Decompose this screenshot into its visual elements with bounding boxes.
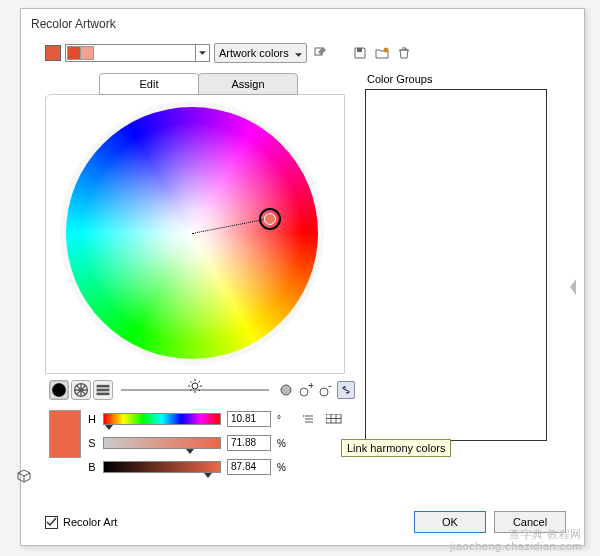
delete-group-icon[interactable] bbox=[395, 44, 413, 62]
color-handle[interactable] bbox=[259, 208, 281, 230]
svg-rect-8 bbox=[97, 393, 110, 396]
swatch-2 bbox=[80, 46, 94, 60]
add-color-icon[interactable]: + bbox=[297, 381, 315, 399]
s-unit: % bbox=[277, 438, 291, 449]
color-groups-label: Color Groups bbox=[365, 73, 566, 85]
edit-panel: Edit Assign + - bbox=[45, 73, 355, 511]
svg-text:+: + bbox=[308, 383, 313, 391]
svg-point-4 bbox=[53, 384, 66, 397]
b-unit: % bbox=[277, 462, 291, 473]
svg-point-18 bbox=[281, 385, 291, 395]
preset-combo[interactable]: Artwork colors bbox=[214, 43, 307, 63]
brightness-input[interactable]: 87.84 bbox=[227, 459, 271, 475]
h-unit: ° bbox=[277, 414, 291, 425]
sun-icon bbox=[188, 379, 202, 395]
recolor-art-checkbox[interactable] bbox=[45, 516, 58, 529]
edit-colors-icon[interactable] bbox=[311, 44, 329, 62]
recolor-art-label: Recolor Art bbox=[63, 516, 117, 528]
recolor-artwork-dialog: Recolor Artwork Artwork colors bbox=[20, 8, 585, 546]
hue-input[interactable]: 10.81 bbox=[227, 411, 271, 427]
saturation-input[interactable]: 71.88 bbox=[227, 435, 271, 451]
svg-point-2 bbox=[383, 48, 388, 53]
svg-text:-: - bbox=[328, 383, 332, 391]
top-toolbar: Artwork colors bbox=[21, 43, 584, 73]
b-label: B bbox=[87, 461, 97, 473]
segmented-wheel-icon[interactable] bbox=[71, 380, 91, 400]
tab-assign[interactable]: Assign bbox=[198, 73, 298, 95]
brightness-slider-hsb[interactable] bbox=[103, 461, 221, 473]
dropdown-caret-icon[interactable] bbox=[195, 45, 209, 61]
color-wheel[interactable] bbox=[66, 107, 318, 359]
smooth-wheel-icon[interactable] bbox=[49, 380, 69, 400]
svg-line-17 bbox=[190, 390, 192, 392]
svg-point-21 bbox=[320, 388, 328, 396]
dialog-footer: Recolor Art OK Cancel bbox=[45, 511, 566, 533]
color-groups-list[interactable] bbox=[365, 89, 547, 441]
cube-icon[interactable] bbox=[17, 469, 31, 483]
swatch-1 bbox=[67, 46, 81, 60]
svg-line-16 bbox=[199, 381, 201, 383]
link-harmony-button[interactable] bbox=[337, 381, 355, 399]
s-label: S bbox=[87, 437, 97, 449]
svg-rect-7 bbox=[97, 389, 110, 392]
mode-menu-icon[interactable] bbox=[301, 410, 319, 428]
active-color-swatch[interactable] bbox=[45, 45, 61, 61]
cancel-button[interactable]: Cancel bbox=[494, 511, 566, 533]
ok-button[interactable]: OK bbox=[414, 511, 486, 533]
tooltip: Link harmony colors bbox=[341, 439, 451, 457]
tab-edit[interactable]: Edit bbox=[99, 73, 199, 95]
wheel-tool-row: + - bbox=[45, 374, 355, 404]
new-group-icon[interactable] bbox=[373, 44, 391, 62]
hue-slider[interactable] bbox=[103, 413, 221, 425]
saturation-slider[interactable] bbox=[103, 437, 221, 449]
save-group-icon[interactable] bbox=[351, 44, 369, 62]
svg-rect-1 bbox=[357, 48, 362, 52]
svg-rect-6 bbox=[97, 385, 110, 388]
svg-point-9 bbox=[192, 383, 198, 389]
dialog-title: Recolor Artwork bbox=[21, 9, 584, 43]
bars-view-icon[interactable] bbox=[93, 380, 113, 400]
hsb-controls: H 10.81 ° S 71.88 % B bbox=[45, 404, 355, 511]
brightness-slider[interactable] bbox=[121, 389, 269, 391]
svg-point-19 bbox=[300, 388, 308, 396]
color-group-preview-dropdown[interactable] bbox=[65, 44, 210, 62]
h-label: H bbox=[87, 413, 97, 425]
tool-circle-icon[interactable] bbox=[277, 381, 295, 399]
swatch-grid-icon[interactable] bbox=[325, 410, 343, 428]
svg-line-14 bbox=[190, 381, 192, 383]
remove-color-icon[interactable]: - bbox=[317, 381, 335, 399]
preset-label: Artwork colors bbox=[219, 47, 289, 59]
svg-line-15 bbox=[199, 390, 201, 392]
result-swatch bbox=[49, 410, 81, 458]
panel-collapse-icon[interactable] bbox=[568, 279, 582, 299]
chevron-down-icon bbox=[295, 47, 302, 59]
